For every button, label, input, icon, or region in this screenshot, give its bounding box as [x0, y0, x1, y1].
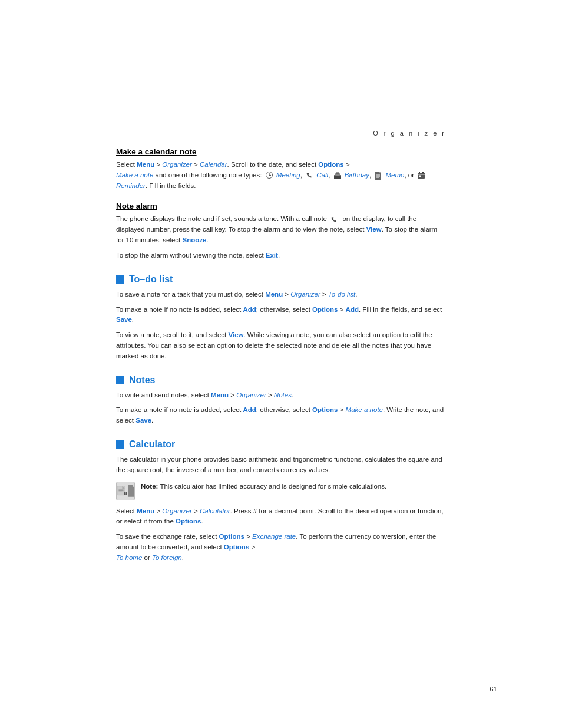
snooze-link[interactable]: Snooze	[183, 236, 207, 243]
save-link-1[interactable]: Save	[116, 316, 132, 323]
todo-link[interactable]: To-do list	[328, 291, 355, 298]
svg-rect-12	[419, 172, 420, 173]
make-a-note-link-1[interactable]: Make a note	[116, 172, 153, 179]
organizer-link-1[interactable]: Organizer	[162, 161, 192, 168]
options-link-3[interactable]: Options	[312, 406, 338, 413]
notes-link[interactable]: Notes	[274, 391, 292, 398]
calculator-link[interactable]: Calculator	[200, 508, 230, 515]
call-note-icon	[330, 216, 339, 223]
reminder-link[interactable]: Reminder	[116, 182, 146, 189]
note-alarm-paragraph2: To stop the alarm without viewing the no…	[116, 251, 446, 261]
calculator-note-box: Note: This calculator has limited accura…	[116, 482, 446, 500]
calculator-paragraph1: The calculator in your phone provides ba…	[116, 454, 446, 476]
menu-link-3[interactable]: Menu	[211, 391, 229, 398]
calculator-note-text: Note: This calculator has limited accura…	[141, 482, 386, 492]
make-calendar-note-heading: Make a calendar note	[116, 147, 446, 156]
note-doc-icon	[117, 483, 128, 499]
save-link-2[interactable]: Save	[135, 417, 151, 424]
note-bold-label: Note:	[141, 483, 158, 490]
add-link-3[interactable]: Add	[243, 406, 256, 413]
notes-paragraph1: To write and send notes, select Menu > O…	[116, 390, 446, 401]
make-calendar-note-paragraph: Select Menu > Organizer > Calendar. Scro…	[116, 160, 446, 191]
exchange-rate-link[interactable]: Exchange rate	[252, 533, 296, 540]
calendar-link-1[interactable]: Calendar	[200, 161, 227, 168]
notes-paragraph2: To make a note if no note is added, sele…	[116, 405, 446, 426]
calculator-heading-text: Calculator	[129, 439, 175, 450]
calculator-paragraph2: Select Menu > Organizer > Calculator. Pr…	[116, 506, 446, 528]
options-link-5[interactable]: Options	[219, 533, 244, 540]
options-link-1[interactable]: Options	[318, 161, 343, 168]
note-alarm-paragraph1: The phone displays the note and if set, …	[116, 214, 446, 245]
memo-link[interactable]: Memo	[386, 172, 405, 179]
svg-point-22	[125, 494, 126, 495]
organizer-link-3[interactable]: Organizer	[236, 391, 266, 398]
svg-rect-13	[422, 172, 424, 173]
blue-square-calculator	[116, 440, 124, 449]
meeting-link[interactable]: Meeting	[276, 172, 300, 179]
content-area: O r g a n i z e r Make a calendar note S…	[51, 0, 511, 615]
to-do-list-paragraph3: To view a note, scroll to it, and select…	[116, 330, 446, 361]
to-do-list-section-heading: To–do list	[116, 274, 446, 285]
menu-link-4[interactable]: Menu	[137, 508, 154, 515]
page-number: 61	[490, 686, 497, 693]
svg-rect-3	[334, 175, 341, 179]
options-link-6[interactable]: Options	[224, 543, 249, 551]
blue-square-notes	[116, 376, 124, 384]
add-link-2[interactable]: Add	[346, 306, 359, 313]
page: O r g a n i z e r Make a calendar note S…	[0, 0, 562, 728]
notes-section-heading: Notes	[116, 375, 446, 386]
reminder-icon	[417, 172, 425, 180]
to-do-list-paragraph2: To make a note if no note is added, sele…	[116, 305, 446, 326]
make-a-note-link-2[interactable]: Make a note	[346, 406, 383, 413]
organizer-link-2[interactable]: Organizer	[290, 291, 320, 298]
to-do-list-paragraph1: To save a note for a task that you must …	[116, 289, 446, 300]
note-box-icon	[116, 482, 135, 500]
svg-rect-11	[418, 173, 425, 179]
calculator-paragraph3: To save the exchange rate, select Option…	[116, 532, 446, 563]
options-link-4[interactable]: Options	[176, 518, 201, 525]
to-do-list-heading-text: To–do list	[129, 274, 173, 285]
call-link[interactable]: Call	[316, 172, 328, 179]
view-link-2[interactable]: View	[228, 331, 243, 338]
calculator-section-heading: Calculator	[116, 439, 446, 450]
notes-heading-text: Notes	[129, 375, 155, 386]
to-home-link[interactable]: To home	[116, 554, 142, 561]
svg-rect-15	[419, 175, 421, 177]
note-alarm-heading: Note alarm	[116, 202, 446, 210]
menu-link-1[interactable]: Menu	[137, 161, 154, 168]
meeting-icon	[265, 172, 273, 179]
call-icon	[305, 172, 313, 179]
view-link-1[interactable]: View	[366, 226, 382, 233]
organizer-header: O r g a n i z e r	[116, 130, 446, 137]
add-link-1[interactable]: Add	[243, 306, 256, 313]
to-foreign-link[interactable]: To foreign	[152, 554, 182, 561]
organizer-link-4[interactable]: Organizer	[162, 508, 192, 515]
menu-link-2[interactable]: Menu	[265, 291, 283, 298]
options-link-2[interactable]: Options	[312, 306, 338, 313]
blue-square-todo	[116, 275, 124, 284]
birthday-icon	[333, 172, 342, 180]
birthday-link[interactable]: Birthday	[345, 172, 369, 179]
memo-icon	[374, 172, 382, 180]
exit-link[interactable]: Exit	[266, 252, 278, 259]
note-body-text: This calculator has limited accuracy and…	[158, 483, 386, 490]
